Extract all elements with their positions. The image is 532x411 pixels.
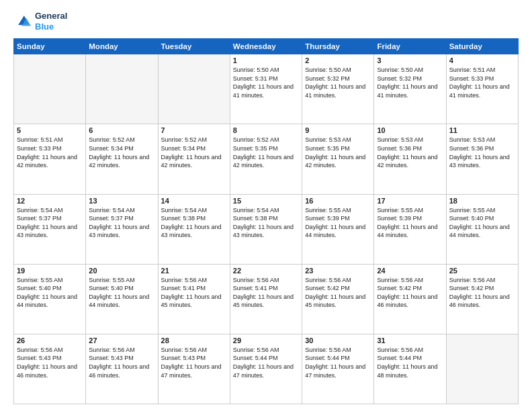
day-number: 22 bbox=[233, 267, 299, 275]
calendar-cell: 27 Sunrise: 5:56 AM Sunset: 5:43 PM Dayl… bbox=[86, 334, 158, 404]
day-number: 14 bbox=[161, 197, 227, 205]
cell-info: Sunrise: 5:53 AM Sunset: 5:36 PM Dayligh… bbox=[377, 136, 443, 169]
cell-info: Sunrise: 5:50 AM Sunset: 5:32 PM Dayligh… bbox=[377, 66, 443, 99]
logo-icon bbox=[13, 12, 32, 31]
cell-info: Sunrise: 5:52 AM Sunset: 5:34 PM Dayligh… bbox=[161, 136, 227, 169]
cell-info: Sunrise: 5:54 AM Sunset: 5:38 PM Dayligh… bbox=[233, 206, 299, 240]
calendar-cell bbox=[446, 334, 518, 404]
calendar-cell: 29 Sunrise: 5:56 AM Sunset: 5:44 PM Dayl… bbox=[230, 334, 302, 404]
day-number: 3 bbox=[377, 56, 443, 64]
weekday-header-sunday: Sunday bbox=[14, 39, 86, 54]
weekday-header-saturday: Saturday bbox=[446, 39, 518, 54]
calendar-cell: 19 Sunrise: 5:55 AM Sunset: 5:40 PM Dayl… bbox=[14, 264, 86, 334]
day-number: 18 bbox=[449, 197, 515, 205]
weekday-header-monday: Monday bbox=[86, 39, 158, 54]
calendar-cell: 25 Sunrise: 5:56 AM Sunset: 5:42 PM Dayl… bbox=[446, 264, 518, 334]
cell-info: Sunrise: 5:56 AM Sunset: 5:43 PM Dayligh… bbox=[161, 346, 227, 379]
day-number: 5 bbox=[17, 126, 83, 134]
calendar-cell: 18 Sunrise: 5:55 AM Sunset: 5:40 PM Dayl… bbox=[446, 194, 518, 264]
calendar-cell: 5 Sunrise: 5:51 AM Sunset: 5:33 PM Dayli… bbox=[14, 124, 86, 194]
cell-info: Sunrise: 5:56 AM Sunset: 5:44 PM Dayligh… bbox=[377, 346, 443, 379]
calendar-cell: 31 Sunrise: 5:56 AM Sunset: 5:44 PM Dayl… bbox=[374, 334, 446, 404]
logo-line2: Blue bbox=[35, 21, 67, 32]
header: General Blue bbox=[13, 11, 519, 32]
page: General Blue SundayMondayTuesdayWednesda… bbox=[0, 0, 532, 411]
day-number: 27 bbox=[89, 336, 154, 345]
day-number: 25 bbox=[449, 267, 515, 275]
week-row-0: 1 Sunrise: 5:50 AM Sunset: 5:31 PM Dayli… bbox=[14, 54, 519, 124]
day-number: 9 bbox=[305, 126, 371, 134]
calendar-cell: 24 Sunrise: 5:56 AM Sunset: 5:42 PM Dayl… bbox=[374, 264, 446, 334]
cell-info: Sunrise: 5:53 AM Sunset: 5:35 PM Dayligh… bbox=[305, 136, 371, 169]
day-number: 17 bbox=[377, 197, 443, 205]
day-number: 29 bbox=[233, 336, 299, 345]
cell-info: Sunrise: 5:54 AM Sunset: 5:37 PM Dayligh… bbox=[89, 206, 154, 240]
weekday-header-wednesday: Wednesday bbox=[230, 39, 302, 54]
day-number: 16 bbox=[305, 197, 371, 205]
day-number: 10 bbox=[377, 126, 443, 134]
day-number: 26 bbox=[17, 336, 83, 345]
day-number: 12 bbox=[17, 197, 83, 205]
cell-info: Sunrise: 5:50 AM Sunset: 5:32 PM Dayligh… bbox=[305, 66, 371, 99]
calendar-cell: 7 Sunrise: 5:52 AM Sunset: 5:34 PM Dayli… bbox=[158, 124, 230, 194]
calendar-cell: 13 Sunrise: 5:54 AM Sunset: 5:37 PM Dayl… bbox=[86, 194, 158, 264]
cell-info: Sunrise: 5:56 AM Sunset: 5:43 PM Dayligh… bbox=[89, 346, 154, 379]
cell-info: Sunrise: 5:51 AM Sunset: 5:33 PM Dayligh… bbox=[17, 136, 83, 169]
cell-info: Sunrise: 5:56 AM Sunset: 5:42 PM Dayligh… bbox=[305, 276, 371, 310]
calendar-cell bbox=[158, 54, 230, 124]
calendar-cell: 17 Sunrise: 5:55 AM Sunset: 5:39 PM Dayl… bbox=[374, 194, 446, 264]
calendar-cell: 16 Sunrise: 5:55 AM Sunset: 5:39 PM Dayl… bbox=[302, 194, 374, 264]
cell-info: Sunrise: 5:55 AM Sunset: 5:40 PM Dayligh… bbox=[449, 206, 515, 240]
day-number: 23 bbox=[305, 267, 371, 275]
day-number: 28 bbox=[161, 336, 227, 345]
calendar-cell: 14 Sunrise: 5:54 AM Sunset: 5:38 PM Dayl… bbox=[158, 194, 230, 264]
cell-info: Sunrise: 5:51 AM Sunset: 5:33 PM Dayligh… bbox=[449, 66, 515, 99]
cell-info: Sunrise: 5:55 AM Sunset: 5:40 PM Dayligh… bbox=[89, 276, 154, 310]
logo: General Blue bbox=[13, 11, 67, 32]
day-number: 19 bbox=[17, 267, 83, 275]
weekday-header-row: SundayMondayTuesdayWednesdayThursdayFrid… bbox=[14, 39, 519, 54]
calendar-cell bbox=[14, 54, 86, 124]
calendar-cell: 30 Sunrise: 5:56 AM Sunset: 5:44 PM Dayl… bbox=[302, 334, 374, 404]
calendar-cell: 26 Sunrise: 5:56 AM Sunset: 5:43 PM Dayl… bbox=[14, 334, 86, 404]
day-number: 7 bbox=[161, 126, 227, 134]
cell-info: Sunrise: 5:50 AM Sunset: 5:31 PM Dayligh… bbox=[233, 66, 299, 99]
week-row-2: 12 Sunrise: 5:54 AM Sunset: 5:37 PM Dayl… bbox=[14, 194, 519, 264]
cell-info: Sunrise: 5:55 AM Sunset: 5:39 PM Dayligh… bbox=[377, 206, 443, 240]
day-number: 2 bbox=[305, 56, 371, 64]
calendar-cell: 20 Sunrise: 5:55 AM Sunset: 5:40 PM Dayl… bbox=[86, 264, 158, 334]
cell-info: Sunrise: 5:56 AM Sunset: 5:44 PM Dayligh… bbox=[233, 346, 299, 379]
calendar-cell: 6 Sunrise: 5:52 AM Sunset: 5:34 PM Dayli… bbox=[86, 124, 158, 194]
week-row-1: 5 Sunrise: 5:51 AM Sunset: 5:33 PM Dayli… bbox=[14, 124, 519, 194]
day-number: 24 bbox=[377, 267, 443, 275]
cell-info: Sunrise: 5:56 AM Sunset: 5:43 PM Dayligh… bbox=[17, 346, 83, 379]
week-row-3: 19 Sunrise: 5:55 AM Sunset: 5:40 PM Dayl… bbox=[14, 264, 519, 334]
logo-text: General Blue bbox=[35, 11, 67, 32]
day-number: 1 bbox=[233, 56, 299, 64]
weekday-header-thursday: Thursday bbox=[302, 39, 374, 54]
calendar-cell: 2 Sunrise: 5:50 AM Sunset: 5:32 PM Dayli… bbox=[302, 54, 374, 124]
day-number: 31 bbox=[377, 336, 443, 345]
calendar-cell: 22 Sunrise: 5:56 AM Sunset: 5:41 PM Dayl… bbox=[230, 264, 302, 334]
logo-line1: General bbox=[35, 11, 67, 21]
cell-info: Sunrise: 5:56 AM Sunset: 5:41 PM Dayligh… bbox=[161, 276, 227, 310]
cell-info: Sunrise: 5:56 AM Sunset: 5:41 PM Dayligh… bbox=[233, 276, 299, 310]
calendar-cell bbox=[86, 54, 158, 124]
calendar-cell: 21 Sunrise: 5:56 AM Sunset: 5:41 PM Dayl… bbox=[158, 264, 230, 334]
cell-info: Sunrise: 5:55 AM Sunset: 5:39 PM Dayligh… bbox=[305, 206, 371, 240]
cell-info: Sunrise: 5:52 AM Sunset: 5:35 PM Dayligh… bbox=[233, 136, 299, 169]
calendar-cell: 11 Sunrise: 5:53 AM Sunset: 5:36 PM Dayl… bbox=[446, 124, 518, 194]
day-number: 6 bbox=[89, 126, 154, 134]
day-number: 11 bbox=[449, 126, 515, 134]
cell-info: Sunrise: 5:55 AM Sunset: 5:40 PM Dayligh… bbox=[17, 276, 83, 310]
calendar-cell: 10 Sunrise: 5:53 AM Sunset: 5:36 PM Dayl… bbox=[374, 124, 446, 194]
calendar-cell: 12 Sunrise: 5:54 AM Sunset: 5:37 PM Dayl… bbox=[14, 194, 86, 264]
day-number: 8 bbox=[233, 126, 299, 134]
calendar-cell: 28 Sunrise: 5:56 AM Sunset: 5:43 PM Dayl… bbox=[158, 334, 230, 404]
day-number: 15 bbox=[233, 197, 299, 205]
week-row-4: 26 Sunrise: 5:56 AM Sunset: 5:43 PM Dayl… bbox=[14, 334, 519, 404]
cell-info: Sunrise: 5:52 AM Sunset: 5:34 PM Dayligh… bbox=[89, 136, 154, 169]
day-number: 4 bbox=[449, 56, 515, 64]
weekday-header-tuesday: Tuesday bbox=[158, 39, 230, 54]
calendar-cell: 8 Sunrise: 5:52 AM Sunset: 5:35 PM Dayli… bbox=[230, 124, 302, 194]
